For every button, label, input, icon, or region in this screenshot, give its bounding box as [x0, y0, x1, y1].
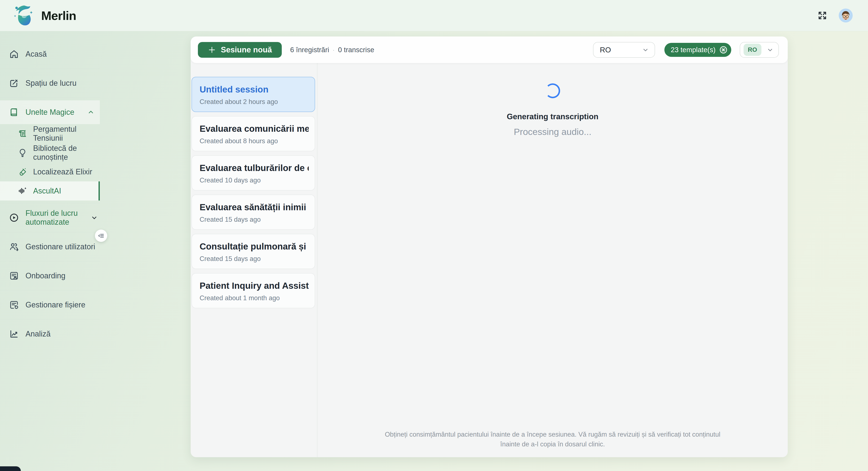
lightbulb-icon — [18, 148, 27, 158]
new-session-label: Sesiune nouă — [221, 45, 272, 54]
session-title: Patient Inquiry and Assistance — [199, 280, 309, 291]
sidebar-item-label: Acasă — [26, 49, 47, 59]
chevron-down-icon — [90, 213, 98, 222]
session-title: Evaluarea tulburărilor de comuni... — [199, 163, 309, 173]
sidebar-item-label: Gestionare utilizatori — [26, 242, 95, 251]
sidebar-item-analiza[interactable]: Analiză — [0, 322, 100, 346]
session-toolbar: Sesiune nouă 6 înregistrări · 0 transcri… — [191, 36, 788, 63]
app-logo: Merlin — [12, 4, 76, 27]
records-count: 6 înregistrări — [290, 46, 329, 54]
loading-status-subtitle: Processing audio... — [514, 127, 592, 137]
edit-square-icon — [9, 78, 19, 88]
session-created: Created 15 days ago — [199, 255, 309, 263]
session-list: Untitled session Created about 2 hours a… — [191, 63, 317, 457]
session-card[interactable]: Consultație pulmonară și suport ... Crea… — [191, 234, 315, 269]
session-card[interactable]: Untitled session Created about 2 hours a… — [191, 77, 315, 112]
sidebar-item-biblioteca-de-cunostinte[interactable]: Bibliotecă de cunoștințe — [0, 143, 100, 162]
templates-badge[interactable]: 23 template(s) — [664, 43, 731, 57]
app-title: Merlin — [41, 8, 76, 23]
plus-icon — [208, 45, 216, 54]
sidebar-item-label: Fluxuri de lucru automatizate — [26, 209, 84, 227]
sidebar-item-label: Spațiu de lucru — [26, 79, 76, 88]
session-created: Created 10 days ago — [199, 176, 309, 184]
magic-book-icon — [9, 107, 19, 117]
sidebar-item-localizeaza-elixir[interactable]: Localizează Elixir — [0, 162, 100, 181]
new-session-button[interactable]: Sesiune nouă — [198, 42, 282, 58]
sidebar-item-label: AscultAI — [33, 187, 61, 195]
session-created: Created about 2 hours ago — [199, 98, 309, 106]
sidebar-item-gestionare-fisiere[interactable]: Gestionare fișiere — [0, 293, 100, 317]
session-card[interactable]: Evaluarea comunicării medicale. Created … — [191, 116, 315, 151]
transcribed-count: 0 transcrise — [338, 46, 374, 54]
fullscreen-button[interactable] — [817, 10, 828, 21]
session-card[interactable]: Evaluarea sănătății inimii Created 15 da… — [191, 195, 315, 230]
file-sync-icon — [9, 300, 19, 310]
transcription-loading: Generating transcription Processing audi… — [317, 83, 788, 137]
sidebar-section-unelte-magice[interactable]: Unelte Magice — [0, 100, 100, 124]
template-language-select[interactable]: RO — [740, 42, 779, 58]
session-created: Created about 1 month ago — [199, 294, 309, 302]
sidebar-item-label: Unelte Magice — [26, 108, 74, 117]
chevron-down-icon — [766, 46, 774, 54]
session-created: Created 15 days ago — [199, 216, 309, 224]
test-tube-sparkle-icon — [18, 167, 27, 176]
session-created: Created about 8 hours ago — [199, 137, 309, 145]
waveform-sparkle-icon — [18, 186, 27, 196]
home-icon — [9, 49, 19, 59]
analytics-chart-icon — [9, 329, 19, 339]
sidebar-item-label: Analiză — [26, 330, 51, 338]
sidebar-item-label: Bibliotecă de cunoștințe — [33, 144, 100, 162]
sidebar-item-spatiu-de-lucru[interactable]: Spațiu de lucru — [0, 71, 100, 95]
sidebar-collapse-button[interactable] — [95, 230, 107, 242]
user-avatar[interactable] — [839, 8, 853, 23]
chevron-down-icon — [642, 46, 650, 54]
templates-badge-label: 23 template(s) — [671, 46, 716, 54]
loading-status-title: Generating transcription — [507, 112, 598, 121]
main-panel: Sesiune nouă 6 înregistrări · 0 transcri… — [191, 36, 788, 457]
sidebar-item-pergamentul-tensiunii[interactable]: Pergamentul Tensiunii — [0, 124, 100, 143]
loading-spinner — [545, 83, 560, 98]
session-card[interactable]: Evaluarea tulburărilor de comuni... Crea… — [191, 155, 315, 191]
app-header: Merlin — [0, 0, 868, 31]
corner-overlay-chip — [0, 466, 21, 471]
sidebar-item-label: Gestionare fișiere — [26, 300, 85, 309]
sidebar: Acasă Spațiu de lucru Unelte Magice — [0, 31, 100, 471]
transcription-panel: Generating transcription Processing audi… — [317, 63, 788, 457]
session-title: Untitled session — [199, 84, 309, 95]
play-circle-icon — [9, 212, 19, 223]
sidebar-item-label: Pergamentul Tensiunii — [33, 125, 100, 142]
merlin-wizard-logo-icon — [12, 4, 36, 27]
session-stats: 6 înregistrări · 0 transcrise — [290, 46, 374, 54]
sidebar-group-unelte-magice: Unelte Magice Pergamentul Tensiunii Bibl… — [0, 98, 100, 203]
sidebar-item-gestionare-utilizatori[interactable]: Gestionare utilizatori — [0, 235, 100, 259]
collapse-sidebar-icon — [97, 232, 105, 239]
template-language-value: RO — [744, 44, 762, 56]
sidebar-section-fluxuri-automatizate[interactable]: Fluxuri de lucru automatizate — [0, 206, 100, 230]
session-title: Evaluarea sănătății inimii — [199, 202, 309, 213]
session-title: Evaluarea comunicării medicale. — [199, 123, 309, 134]
language-select-value: RO — [600, 45, 611, 54]
scroll-icon — [18, 129, 27, 138]
session-title: Consultație pulmonară și suport ... — [199, 241, 309, 252]
sidebar-item-label: Onboarding — [26, 271, 65, 280]
sidebar-item-onboarding[interactable]: Onboarding — [0, 264, 100, 288]
fullscreen-expand-icon — [817, 10, 828, 21]
language-select[interactable]: RO — [593, 42, 655, 58]
avatar-image — [839, 8, 853, 23]
session-card[interactable]: Patient Inquiry and Assistance Created a… — [191, 273, 315, 308]
users-plus-icon — [9, 242, 19, 252]
sidebar-item-acasa[interactable]: Acasă — [0, 42, 100, 66]
clear-templates-icon[interactable] — [719, 45, 728, 54]
sidebar-item-ascultai[interactable]: AscultAI — [0, 181, 100, 201]
sidebar-item-label: Localizează Elixir — [33, 167, 92, 176]
chevron-up-icon — [87, 108, 95, 116]
stats-separator: · — [333, 46, 335, 54]
onboarding-document-icon — [9, 271, 19, 281]
consent-disclaimer: Obțineți consimțământul pacientului înai… — [379, 430, 727, 449]
